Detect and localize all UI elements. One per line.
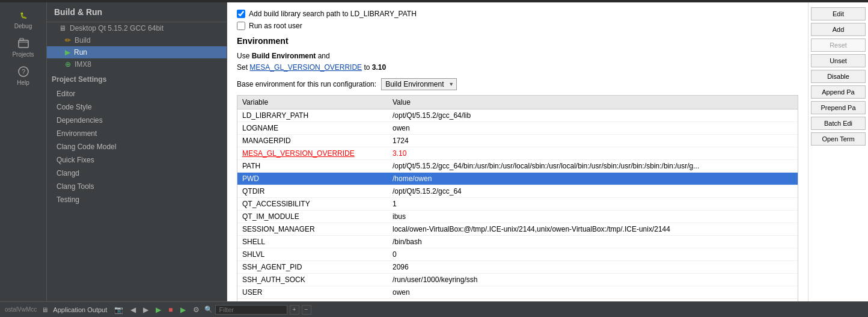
settings-dependencies[interactable]: Dependencies bbox=[47, 114, 227, 127]
next-btn[interactable]: ▶ bbox=[141, 304, 151, 315]
help-icon: ? bbox=[17, 65, 30, 78]
sidebar-help-label: Help bbox=[17, 79, 29, 86]
val-cell: local/owen-VirtualBox:@/tmp/.ICE-unix/21… bbox=[388, 223, 798, 236]
var-cell: SSH_AUTH_SOCK bbox=[237, 274, 388, 286]
settings-quick-fixes[interactable]: Quick Fixes bbox=[47, 153, 227, 167]
settings-environment[interactable]: Environment bbox=[47, 127, 227, 140]
run-as-root-label: Run as root user bbox=[249, 22, 302, 30]
play-btn[interactable]: ▶ bbox=[153, 304, 164, 315]
table-row[interactable]: PATH/opt/Qt/5.15.2/gcc_64/bin:/usr/bin:/… bbox=[237, 160, 798, 173]
col-value: Value bbox=[388, 96, 798, 109]
project-settings-header: Project Settings bbox=[47, 70, 227, 86]
mesa-link[interactable]: MESA_GL_VERSION_OVERRIDE bbox=[249, 63, 362, 72]
table-row[interactable]: QTDIR/opt/Qt/5.15.2/gcc_64 bbox=[237, 185, 798, 198]
settings-clang-code-model[interactable]: Clang Code Model bbox=[47, 140, 227, 153]
svg-text:?: ? bbox=[21, 68, 25, 75]
kit-item[interactable]: 🖥 Desktop Qt 5.15.2 GCC 64bit bbox=[47, 22, 227, 34]
settings-clangd[interactable]: Clangd bbox=[47, 167, 227, 180]
sidebar-item-debug[interactable]: 🐛 Debug bbox=[12, 5, 34, 33]
monitor-bottom-icon: 🖥 bbox=[41, 306, 48, 313]
table-row[interactable]: LOGNAMEowen bbox=[237, 122, 798, 135]
var-cell: SESSION_MANAGER bbox=[237, 223, 388, 236]
application-output-tab[interactable]: Application Output bbox=[53, 306, 107, 313]
base-env-select-wrapper: Build Environment bbox=[381, 78, 457, 90]
table-row[interactable]: QT_IM_MODULEibus bbox=[237, 211, 798, 223]
val-cell: 1724 bbox=[388, 135, 798, 147]
info-post2: to bbox=[362, 63, 372, 72]
env-table-wrapper: Variable Value LD_LIBRARY_PATH/opt/Qt/5.… bbox=[237, 95, 798, 301]
settings-testing[interactable]: Testing bbox=[47, 193, 227, 206]
content-body: Add build library search path to LD_LIBR… bbox=[227, 2, 808, 301]
val-cell: 1 bbox=[388, 198, 798, 211]
table-row[interactable]: QT_ACCESSIBILITY1 bbox=[237, 198, 798, 211]
settings-editor[interactable]: Editor bbox=[47, 87, 227, 100]
table-row[interactable]: MANAGERPID1724 bbox=[237, 135, 798, 147]
add-button[interactable]: Add bbox=[811, 23, 866, 36]
kit-label: Desktop Qt 5.15.2 GCC 64bit bbox=[70, 24, 164, 32]
append-path-button[interactable]: Append Pa bbox=[811, 85, 866, 99]
var-cell: PATH bbox=[237, 160, 388, 173]
table-row[interactable]: SESSION_MANAGERlocal/owen-VirtualBox:@/t… bbox=[237, 223, 798, 236]
imx8-item[interactable]: ⊕ IMX8 bbox=[47, 58, 227, 70]
reset-button[interactable]: Reset bbox=[811, 38, 866, 52]
var-cell: LD_LIBRARY_PATH bbox=[237, 109, 388, 122]
imx8-icon: ⊕ bbox=[65, 60, 71, 69]
disable-button[interactable]: Disable bbox=[811, 70, 866, 83]
var-cell: QT_IM_MODULE bbox=[237, 211, 388, 223]
info-post1: and bbox=[316, 52, 329, 60]
val-cell: owen bbox=[388, 286, 798, 299]
build-env-bold: Build Environment bbox=[252, 52, 316, 60]
run-item[interactable]: ▶ Run bbox=[47, 46, 227, 58]
batch-edit-button[interactable]: Batch Edi bbox=[811, 117, 866, 130]
unset-button[interactable]: Unset bbox=[811, 54, 866, 67]
sidebar-item-help[interactable]: ? Help bbox=[14, 61, 32, 90]
table-row[interactable]: SHLVL0 bbox=[237, 248, 798, 261]
build-label: Build bbox=[75, 36, 91, 45]
val-cell: 2096 bbox=[388, 261, 798, 274]
main-content: Add build library search path to LD_LIBR… bbox=[227, 2, 808, 301]
table-row[interactable]: LD_LIBRARY_PATH/opt/Qt/5.15.2/gcc_64/lib bbox=[237, 109, 798, 122]
panel-title: Build & Run bbox=[47, 2, 227, 22]
val-cell: /home/owen bbox=[388, 173, 798, 185]
var-cell: MANAGERPID bbox=[237, 135, 388, 147]
build-icon: ✏ bbox=[65, 36, 71, 45]
run-green-btn[interactable]: ▶ bbox=[178, 304, 188, 315]
stop-btn[interactable]: ■ bbox=[166, 304, 175, 315]
table-row[interactable]: SSH_AUTH_SOCK/run/user/1000/keyring/ssh bbox=[237, 274, 798, 286]
table-row[interactable]: USERowen bbox=[237, 286, 798, 299]
var-cell: SSH_AGENT_PID bbox=[237, 261, 388, 274]
settings-clang-tools[interactable]: Clang Tools bbox=[47, 180, 227, 193]
filter-input[interactable] bbox=[215, 305, 287, 315]
svg-rect-1 bbox=[20, 38, 23, 40]
settings-code-style[interactable]: Code Style bbox=[47, 100, 227, 114]
checkbox-row-2: Run as root user bbox=[237, 22, 798, 30]
open-terminal-button[interactable]: Open Term bbox=[811, 132, 866, 146]
edit-button[interactable]: Edit bbox=[811, 7, 866, 20]
env-table: Variable Value LD_LIBRARY_PATH/opt/Qt/5.… bbox=[237, 96, 798, 301]
settings-gear-btn[interactable]: ⚙ bbox=[191, 304, 202, 315]
checkbox-row-1: Add build library search path to LD_LIBR… bbox=[237, 10, 798, 18]
val-cell: /bin/bash bbox=[388, 236, 798, 248]
plus-btn[interactable]: + bbox=[290, 305, 299, 315]
build-item[interactable]: ✏ Build bbox=[47, 34, 227, 46]
val-cell: 0 bbox=[388, 248, 798, 261]
svg-rect-0 bbox=[19, 40, 28, 48]
sidebar: 🐛 Debug Projects ? Help bbox=[0, 2, 47, 301]
prepend-path-button[interactable]: Prepend Pa bbox=[811, 101, 866, 114]
base-env-select[interactable]: Build Environment bbox=[381, 78, 457, 90]
settings-list: Editor Code Style Dependencies Environme… bbox=[47, 86, 227, 208]
table-row[interactable]: SSH_AGENT_PID2096 bbox=[237, 261, 798, 274]
search-icon: 🔍 bbox=[204, 306, 213, 313]
prev-btn[interactable]: ◀ bbox=[128, 304, 138, 315]
table-row[interactable]: SHELL/bin/bash bbox=[237, 236, 798, 248]
table-row[interactable]: MESA_GL_VERSION_OVERRIDE3.10 bbox=[237, 147, 798, 160]
add-build-library-checkbox[interactable] bbox=[237, 10, 245, 18]
table-row[interactable]: PWD/home/owen bbox=[237, 173, 798, 185]
var-cell: SHLVL bbox=[237, 248, 388, 261]
sidebar-item-projects[interactable]: Projects bbox=[10, 33, 36, 61]
minus-btn[interactable]: − bbox=[302, 305, 311, 315]
camera-icon-btn[interactable]: 📷 bbox=[112, 304, 126, 315]
val-cell: 3.10 bbox=[388, 147, 798, 160]
run-as-root-checkbox[interactable] bbox=[237, 22, 245, 30]
info-pre1: Use bbox=[237, 52, 252, 60]
